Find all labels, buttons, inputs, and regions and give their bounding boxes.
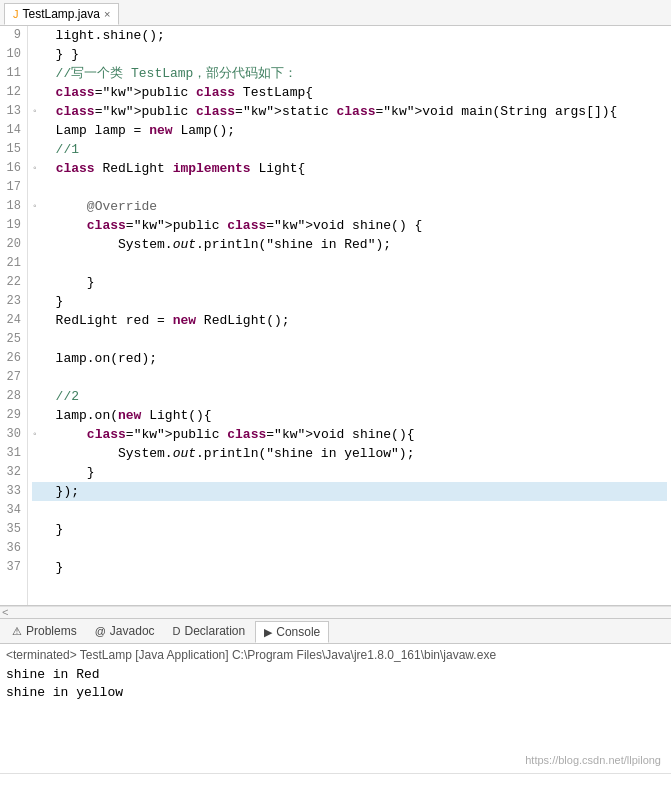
bottom-tab-declaration[interactable]: DDeclaration: [165, 620, 254, 642]
bottom-tab-console[interactable]: ▶Console: [255, 621, 329, 643]
problems-tab-icon: ⚠: [12, 625, 22, 638]
code-text: Lamp lamp = new Lamp();: [40, 121, 235, 140]
code-line: [32, 178, 667, 197]
console-output-line: shine in Red: [6, 666, 665, 684]
line-number: 17: [4, 178, 21, 197]
code-text: class RedLight implements Light{: [40, 159, 305, 178]
code-text: }: [40, 463, 95, 482]
console-terminated: <terminated> TestLamp [Java Application]…: [6, 648, 665, 662]
code-line: RedLight red = new RedLight();: [32, 311, 667, 330]
code-text: System.out.println("shine in yellow");: [40, 444, 414, 463]
fold-indicator[interactable]: ◦: [32, 425, 38, 444]
h-scrollbar[interactable]: <: [0, 606, 671, 618]
line-number: 33: [4, 482, 21, 501]
line-number: 15: [4, 140, 21, 159]
line-number: 37: [4, 558, 21, 577]
code-line: System.out.println("shine in yellow");: [32, 444, 667, 463]
editor-tab-bar: J TestLamp.java ×: [0, 0, 671, 26]
code-line: });: [32, 482, 667, 501]
line-numbers: 9101112131415161718192021222324252627282…: [0, 26, 28, 605]
code-line: light.shine();: [32, 26, 667, 45]
code-text: class="kw">public class TestLamp{: [40, 83, 313, 102]
code-line: [32, 368, 667, 387]
code-line: [32, 539, 667, 558]
bottom-tab-bar: ⚠Problems@JavadocDDeclaration▶Console: [0, 618, 671, 644]
problems-tab-label: Problems: [26, 624, 77, 638]
file-tab[interactable]: J TestLamp.java ×: [4, 3, 119, 25]
declaration-tab-icon: D: [173, 625, 181, 637]
line-number: 23: [4, 292, 21, 311]
console-output-line: shine in yellow: [6, 684, 665, 702]
bottom-tab-javadoc[interactable]: @Javadoc: [87, 620, 163, 642]
console-tab-label: Console: [276, 625, 320, 639]
code-text: });: [40, 482, 79, 501]
editor-area: 9101112131415161718192021222324252627282…: [0, 26, 671, 606]
line-number: 34: [4, 501, 21, 520]
console-output: shine in Redshine in yellow: [6, 666, 665, 702]
code-line: //2: [32, 387, 667, 406]
declaration-tab-label: Declaration: [185, 624, 246, 638]
line-number: 31: [4, 444, 21, 463]
code-text: //1: [40, 140, 79, 159]
code-line: class="kw">public class="kw">void shine(…: [32, 216, 667, 235]
line-number: 28: [4, 387, 21, 406]
code-text: RedLight red = new RedLight();: [40, 311, 290, 330]
code-text: class="kw">public class="kw">void shine(…: [40, 425, 415, 444]
file-tab-label: TestLamp.java: [23, 7, 100, 21]
code-text: } }: [40, 45, 79, 64]
code-text: @Override: [40, 197, 157, 216]
line-number: 27: [4, 368, 21, 387]
code-text: //2: [40, 387, 79, 406]
code-line: }: [32, 292, 667, 311]
code-line: //1: [32, 140, 667, 159]
bottom-area: ⚠Problems@JavadocDDeclaration▶Console <t…: [0, 618, 671, 774]
h-scroll-indicator: <: [2, 607, 9, 619]
line-number: 14: [4, 121, 21, 140]
code-text: lamp.on(red);: [40, 349, 157, 368]
javadoc-tab-label: Javadoc: [110, 624, 155, 638]
code-line: class="kw">public class TestLamp{: [32, 83, 667, 102]
code-text: System.out.println("shine in Red");: [40, 235, 391, 254]
line-number: 30: [4, 425, 21, 444]
console-tab-icon: ▶: [264, 626, 272, 639]
code-line: }: [32, 558, 667, 577]
line-number: 18: [4, 197, 21, 216]
line-number: 35: [4, 520, 21, 539]
fold-indicator[interactable]: ◦: [32, 102, 38, 121]
watermark: https://blog.csdn.net/llpilong: [525, 754, 661, 766]
code-line: }: [32, 520, 667, 539]
fold-indicator[interactable]: ◦: [32, 197, 38, 216]
code-line: ◦ class="kw">public class="kw">void shin…: [32, 425, 667, 444]
line-number: 9: [4, 26, 21, 45]
fold-indicator[interactable]: ◦: [32, 159, 38, 178]
bottom-tab-problems[interactable]: ⚠Problems: [4, 620, 85, 642]
code-line: }: [32, 463, 667, 482]
line-number: 11: [4, 64, 21, 83]
code-line: lamp.on(red);: [32, 349, 667, 368]
line-number: 32: [4, 463, 21, 482]
line-number: 22: [4, 273, 21, 292]
line-number: 20: [4, 235, 21, 254]
code-line: } }: [32, 45, 667, 64]
code-text: //写一个类 TestLamp，部分代码如下：: [40, 64, 297, 83]
code-line: Lamp lamp = new Lamp();: [32, 121, 667, 140]
code-text: class="kw">public class="kw">static clas…: [40, 102, 617, 121]
line-number: 24: [4, 311, 21, 330]
line-number: 13: [4, 102, 21, 121]
code-line: [32, 501, 667, 520]
code-line: lamp.on(new Light(){: [32, 406, 667, 425]
tab-close-button[interactable]: ×: [104, 8, 110, 20]
line-number: 21: [4, 254, 21, 273]
code-content[interactable]: light.shine(); } } //写一个类 TestLamp，部分代码如…: [28, 26, 671, 605]
line-number: 16: [4, 159, 21, 178]
code-text: lamp.on(new Light(){: [40, 406, 212, 425]
code-line: ◦ class RedLight implements Light{: [32, 159, 667, 178]
line-number: 19: [4, 216, 21, 235]
line-number: 26: [4, 349, 21, 368]
code-line: System.out.println("shine in Red");: [32, 235, 667, 254]
line-number: 29: [4, 406, 21, 425]
code-text: class="kw">public class="kw">void shine(…: [40, 216, 422, 235]
line-number: 25: [4, 330, 21, 349]
code-line: ◦ @Override: [32, 197, 667, 216]
line-number: 36: [4, 539, 21, 558]
